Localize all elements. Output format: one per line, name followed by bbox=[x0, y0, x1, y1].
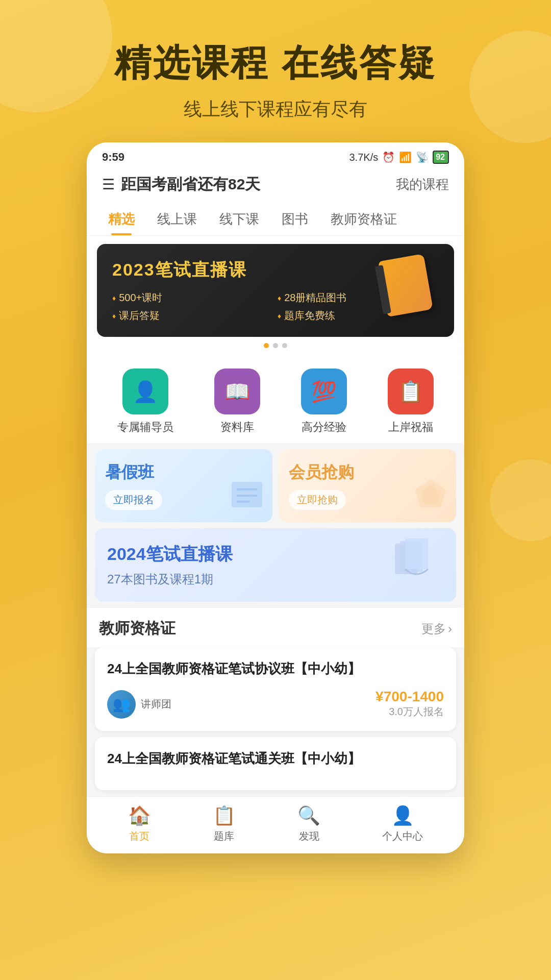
alarm-icon: ⏰ bbox=[382, 151, 395, 163]
speed-indicator: 3.7K/s bbox=[349, 152, 379, 163]
my-courses-button[interactable]: 我的课程 bbox=[396, 176, 449, 193]
summer-decoration bbox=[227, 474, 267, 517]
status-icons: 3.7K/s ⏰ 📶 📡 92 bbox=[349, 151, 449, 164]
nav-tabs: 精选 线上课 线下课 图书 教师资格证 bbox=[87, 203, 464, 236]
dot-2 bbox=[273, 343, 278, 348]
hero-subtitle: 线上线下课程应有尽有 bbox=[31, 97, 520, 122]
home-label: 首页 bbox=[129, 829, 149, 843]
banner-dots bbox=[97, 343, 454, 348]
svg-rect-8 bbox=[405, 538, 428, 569]
home-icon: 🏠 bbox=[128, 805, 151, 826]
book-illustration bbox=[385, 538, 446, 592]
quick-icons-section: 👤 专属辅导员 📖 资料库 💯 高分经验 📋 上岸祝福 bbox=[87, 356, 464, 443]
battery-icon: 92 bbox=[433, 151, 449, 164]
tutor-label: 专属辅导员 bbox=[117, 420, 173, 435]
promo-card-member[interactable]: 会员抢购 立即抢购 bbox=[279, 449, 456, 522]
tab-offline[interactable]: 线下课 bbox=[208, 203, 270, 235]
course-name-1: 24上全国教师资格证笔试协议班【中小幼】 bbox=[107, 659, 444, 678]
nav-home[interactable]: 🏠 首页 bbox=[128, 805, 151, 843]
bottom-nav: 🏠 首页 📋 题库 🔍 发现 👤 个人中心 bbox=[87, 796, 464, 853]
app-header: ☰ 距国考副省还有82天 我的课程 bbox=[87, 168, 464, 203]
teacher-cert-more[interactable]: 更多 › bbox=[421, 621, 452, 637]
discover-label: 发现 bbox=[299, 829, 319, 843]
question-bank-icon: 📋 bbox=[213, 805, 236, 826]
tab-featured[interactable]: 精选 bbox=[97, 203, 146, 235]
course-info-right-1: ¥700-1400 3.0万人报名 bbox=[375, 689, 444, 719]
big-promo-section: 2024笔试直播课 27本图书及课程1期 bbox=[87, 528, 464, 608]
blessing-label: 上岸祝福 bbox=[388, 420, 433, 435]
quick-icon-tutor[interactable]: 👤 专属辅导员 bbox=[117, 369, 173, 435]
quick-icon-library[interactable]: 📖 资料库 bbox=[214, 369, 260, 435]
promo-section: 暑假班 立即报名 会员抢购 立即抢购 bbox=[87, 443, 464, 528]
teacher-name-1: 讲师团 bbox=[141, 697, 171, 711]
nav-discover[interactable]: 🔍 发现 bbox=[297, 805, 320, 843]
teacher-avatar-1: 👥 bbox=[107, 690, 136, 719]
summer-register-button[interactable]: 立即报名 bbox=[105, 490, 162, 510]
course-card-2[interactable]: 24上全国教师资格证笔试通关班【中小幼】 bbox=[95, 737, 456, 790]
course-enrolls-1: 3.0万人报名 bbox=[375, 705, 444, 719]
phone-frame: 9:59 3.7K/s ⏰ 📶 📡 92 ☰ 距国考副省还有82天 我的课程 精… bbox=[87, 142, 464, 853]
nav-question-bank[interactable]: 📋 题库 bbox=[213, 805, 236, 843]
member-buy-button[interactable]: 立即抢购 bbox=[289, 490, 346, 510]
course-price-1: ¥700-1400 bbox=[375, 689, 444, 705]
quick-icon-experience[interactable]: 💯 高分经验 bbox=[301, 369, 347, 435]
banner-feature-3: 课后答疑 bbox=[112, 309, 273, 323]
library-icon: 📖 bbox=[214, 369, 260, 414]
wifi-icon: 📡 bbox=[416, 151, 429, 163]
nav-profile[interactable]: 👤 个人中心 bbox=[382, 805, 423, 843]
big-promo-card[interactable]: 2024笔试直播课 27本图书及课程1期 bbox=[95, 528, 456, 602]
tab-books[interactable]: 图书 bbox=[270, 203, 319, 235]
status-time: 9:59 bbox=[102, 151, 124, 164]
tab-online[interactable]: 线上课 bbox=[146, 203, 208, 235]
library-label: 资料库 bbox=[220, 420, 254, 435]
header-countdown: 距国考副省还有82天 bbox=[121, 174, 260, 195]
menu-icon[interactable]: ☰ bbox=[102, 176, 115, 193]
discover-icon: 🔍 bbox=[297, 805, 320, 826]
banner-feature-1: 500+课时 bbox=[112, 291, 273, 305]
profile-icon: 👤 bbox=[391, 805, 414, 826]
tutor-icon: 👤 bbox=[122, 369, 168, 414]
tab-teacher-cert[interactable]: 教师资格证 bbox=[319, 203, 408, 235]
dot-1 bbox=[264, 343, 269, 348]
course-teacher-1: 👥 讲师团 bbox=[107, 690, 171, 719]
status-bar: 9:59 3.7K/s ⏰ 📶 📡 92 bbox=[87, 142, 464, 168]
quick-icon-blessing[interactable]: 📋 上岸祝福 bbox=[388, 369, 434, 435]
blessing-icon: 📋 bbox=[388, 369, 434, 414]
teacher-cert-title: 教师资格证 bbox=[99, 618, 176, 639]
promo-card-summer[interactable]: 暑假班 立即报名 bbox=[95, 449, 272, 522]
question-bank-label: 题库 bbox=[214, 829, 234, 843]
banner-illustration bbox=[383, 257, 444, 324]
banner[interactable]: 2023笔试直播课 500+课时 28册精品图书 课后答疑 题库免费练 bbox=[97, 244, 454, 337]
chevron-right-icon: › bbox=[448, 622, 452, 636]
course-name-2: 24上全国教师资格证笔试通关班【中小幼】 bbox=[107, 749, 444, 768]
course-bottom-1: 👥 讲师团 ¥700-1400 3.0万人报名 bbox=[107, 689, 444, 719]
profile-label: 个人中心 bbox=[382, 829, 423, 843]
experience-icon: 💯 bbox=[301, 369, 347, 414]
signal-icon: 📶 bbox=[399, 151, 412, 163]
banner-section: 2023笔试直播课 500+课时 28册精品图书 课后答疑 题库免费练 bbox=[87, 236, 464, 356]
member-decoration bbox=[410, 474, 451, 517]
teacher-cert-header: 教师资格证 更多 › bbox=[87, 608, 464, 647]
dot-3 bbox=[282, 343, 287, 348]
course-card-1[interactable]: 24上全国教师资格证笔试协议班【中小幼】 👥 讲师团 ¥700-1400 3.0… bbox=[95, 647, 456, 730]
header-left: ☰ 距国考副省还有82天 bbox=[102, 174, 260, 195]
experience-label: 高分经验 bbox=[302, 420, 346, 435]
